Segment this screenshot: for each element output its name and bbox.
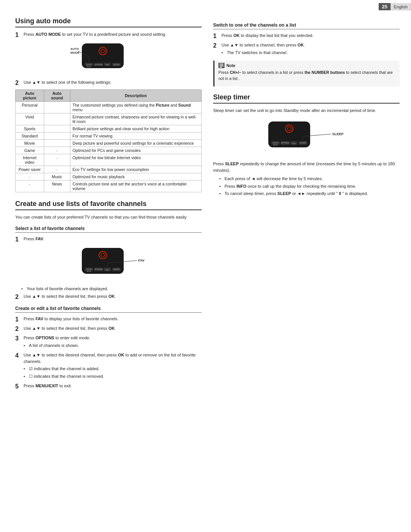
svg-text:MODE: MODE: [273, 144, 278, 146]
svg-rect-32: [220, 64, 223, 64]
table-header-auto-sound: Auto sound: [44, 90, 70, 102]
section-sleep-timer: Sleep timer Sleep timer can set the unit…: [213, 93, 400, 197]
table-row: Power saver - Eco TV settings for low po…: [16, 166, 202, 173]
auto-mode-remote-container: AUTO MODE OPTIONS FAV SLEEP AUTO MODE: [15, 42, 202, 75]
cell-auto-picture: -: [16, 181, 44, 192]
cell-auto-sound: [44, 133, 70, 140]
auto-mode-remote-svg: AUTO MODE OPTIONS FAV SLEEP AUTO MODE: [70, 42, 147, 74]
cell-auto-picture: Standard: [16, 133, 44, 140]
svg-text:OPTIONS: OPTIONS: [94, 268, 103, 270]
step-3-create: 3 Press OPTIONS to enter edit mode. • A …: [15, 335, 202, 350]
sleep-steps-text: Press SLEEP repeatedly to change the amo…: [213, 161, 400, 173]
cell-desc: Controls picture tone and set the anchor…: [70, 181, 201, 192]
svg-text:FAV: FAV: [105, 269, 109, 271]
cell-auto-picture: Personal: [16, 102, 44, 113]
step-num-4-create: 4: [15, 352, 21, 380]
sleep-remote-container: AUTO MODE OPTIONS FAV SLEEP SLEEP: [213, 120, 400, 155]
step-1-fav-content: Press FAV.: [24, 236, 202, 243]
sleep-bullet-3: • To cancel sleep timer, press SLEEP or …: [219, 190, 400, 197]
cell-auto-sound: [44, 113, 70, 125]
svg-text:SLEEP: SLEEP: [300, 142, 306, 144]
table-row: - Music Optimized for music playback: [16, 173, 202, 181]
sleep-bullet-2: • Press INFO once to call up the display…: [219, 183, 400, 190]
step-num-2: 2: [15, 79, 21, 86]
svg-text:MODE: MODE: [70, 51, 80, 54]
cell-desc: Deep picture and powerful sound settings…: [70, 140, 201, 147]
step4-bullet-1-text: ☑ indicates that the channel is added.: [29, 366, 100, 372]
cell-auto-picture: Game: [16, 147, 44, 154]
svg-text:SLEEP: SLEEP: [332, 132, 344, 136]
step3-bullet-text: A list of channels is shown.: [29, 342, 79, 349]
table-row: Personal The customized settings you def…: [16, 102, 202, 113]
step4-bullet-1: • ☑ indicates that the channel is added.: [24, 366, 202, 372]
sleep-timer-title: Sleep timer: [213, 93, 400, 104]
step-1-auto: 1 Press AUTO MODE to set your TV to a pr…: [15, 31, 202, 38]
table-row: Movie Deep picture and powerful sound se…: [16, 140, 202, 147]
step-2-create: 2 Use ▲▼ to select the desired list, the…: [15, 325, 202, 332]
note-box: Note Press CH+/– to select channels in a…: [213, 61, 400, 86]
step-4-create-content: Use ▲▼ to select the desired channel, th…: [24, 352, 202, 380]
table-row: Vivid Enhanced picture contrast, sharpne…: [16, 113, 202, 125]
cell-auto-picture: Sports: [16, 125, 44, 133]
table-row: - News Controls picture tone and set the…: [16, 181, 202, 192]
cell-auto-sound: [44, 102, 70, 113]
page-badge: 25 English: [379, 3, 411, 10]
fav-bullet: • Your lists of favorite channels are di…: [21, 286, 202, 292]
svg-text:MODE: MODE: [87, 270, 91, 272]
cell-auto-sound: [44, 125, 70, 133]
svg-rect-34: [220, 66, 223, 67]
step-2-create-content: Use ▲▼ to select the desired list, then …: [24, 325, 202, 332]
step-1-create-content: Press FAV to display your lists of favor…: [24, 316, 202, 323]
cell-desc: Enhanced picture contrast, sharpness and…: [70, 113, 201, 125]
sleep-remote-svg: AUTO MODE OPTIONS FAV SLEEP SLEEP: [257, 120, 356, 154]
auto-mode-title: Using auto mode: [15, 17, 202, 27]
step-1-fav: 1 Press FAV.: [15, 236, 202, 243]
fav-remote: AUTO MODE OPTIONS FAV SLEEP FAV: [70, 246, 147, 281]
step-num-1-switch: 1: [213, 32, 219, 40]
svg-text:SLEEP: SLEEP: [113, 268, 120, 270]
switch-channel-title: Switch to one of the channels on a list: [213, 22, 400, 29]
favorites-title: Create and use lists of favorite channel…: [15, 200, 202, 210]
note-icon: [218, 63, 225, 68]
step-num-3-create: 3: [15, 335, 21, 350]
step4-bullet-2: • ☐ indicates that the channel is remove…: [24, 373, 202, 380]
switch-bullet-text: The TV switches to that channel.: [227, 50, 287, 56]
right-column: Switch to one of the channels on a list …: [213, 17, 400, 392]
subsection-create-fav: Create or edit a list of favorite channe…: [15, 306, 202, 390]
svg-text:MODE: MODE: [87, 66, 91, 68]
cell-desc: Optimized for PCs and game consoles: [70, 147, 201, 154]
cell-auto-sound: [44, 140, 70, 147]
table-header-auto-picture: Auto picture: [16, 90, 44, 102]
step-num-2-switch: 2: [213, 42, 219, 57]
step-5-create-content: Press MENU/EXIT to exit.: [24, 383, 202, 390]
cell-auto-picture: Power saver: [16, 166, 44, 173]
favorites-desc: You can create lists of your preferred T…: [15, 214, 202, 220]
page-number: 25: [379, 3, 390, 10]
table-header-description: Description: [70, 90, 201, 102]
svg-text:OPTIONS: OPTIONS: [281, 142, 290, 144]
step-1-content: Press AUTO MODE to set your TV to a pred…: [24, 31, 202, 38]
cell-desc: The customized settings you defined usin…: [70, 102, 201, 113]
fav-remote-svg: AUTO MODE OPTIONS FAV SLEEP FAV: [70, 246, 154, 280]
note-label-text: Note: [226, 63, 235, 68]
step-2-auto: 2 Use ▲▼ to select one of the following …: [15, 79, 202, 86]
left-column: Using auto mode 1 Press AUTO MODE to set…: [15, 17, 202, 392]
step-num-2-fav: 2: [15, 293, 21, 300]
fav-bullet-text: Your lists of favorite channels are disp…: [27, 286, 108, 292]
cell-desc: Optimized for music playback: [70, 173, 201, 181]
cell-desc: Eco TV settings for low power consumptio…: [70, 166, 201, 173]
step-3-create-content: Press OPTIONS to enter edit mode. • A li…: [24, 335, 202, 350]
step-num-1-fav: 1: [15, 236, 21, 243]
svg-rect-35: [220, 67, 222, 68]
cell-auto-sound: Music: [44, 173, 70, 181]
step3-bullet: • A list of channels is shown.: [24, 342, 202, 349]
auto-mode-remote: AUTO MODE OPTIONS FAV SLEEP AUTO MODE: [70, 42, 147, 75]
step-num-1: 1: [15, 31, 21, 38]
sleep-remote-wrap: AUTO MODE OPTIONS FAV SLEEP SLEEP: [257, 120, 356, 155]
svg-text:FAV: FAV: [292, 142, 296, 145]
note-label: Note: [218, 63, 396, 68]
step-num-2-create: 2: [15, 325, 21, 332]
table-row: Game - Optimized for PCs and game consol…: [16, 147, 202, 154]
cell-auto-sound: -: [44, 166, 70, 173]
step-2-switch: 2 Use ▲▼ to select a channel, then press…: [213, 42, 400, 57]
